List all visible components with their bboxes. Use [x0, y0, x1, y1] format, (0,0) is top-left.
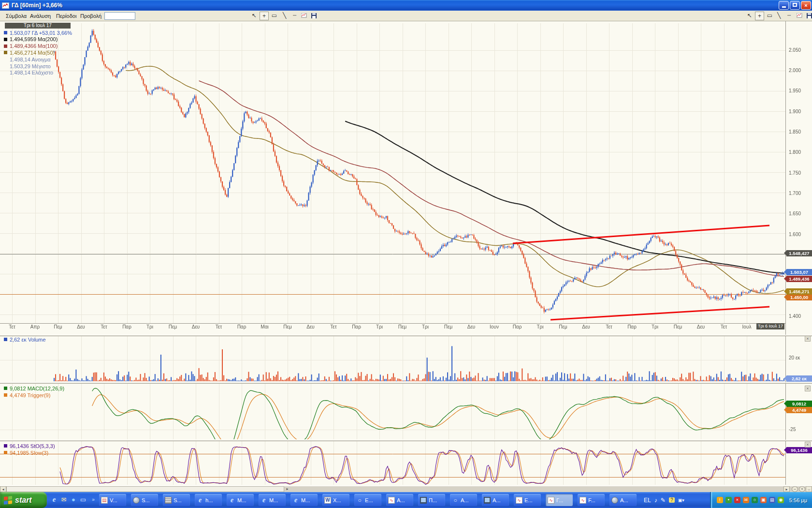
legend-item: 1.503,07 ΓΔ +53,01 3,66% [4, 30, 72, 36]
input-panel-icon[interactable]: ✎ [661, 497, 666, 504]
overflow-chevron-icon[interactable]: » [89, 495, 98, 504]
time-tick-label: Παρ [122, 324, 131, 329]
trendline-tool-icon[interactable]: ╲ [774, 12, 783, 20]
stochastic-pane[interactable] [0, 441, 785, 486]
print-icon[interactable]: ▤ [769, 497, 775, 503]
task-button[interactable]: Π... [418, 494, 445, 506]
legend-item: 1.498,14 Ελάχιστο [4, 70, 53, 76]
mail-icon[interactable]: ✉ [59, 495, 68, 504]
save-tool-icon[interactable] [805, 12, 812, 20]
fit-width-icon[interactable]: ↔ [806, 486, 812, 492]
legend-text: 1.503,07 ΓΔ +53,01 3,66% [10, 30, 72, 36]
pointer-tool-icon[interactable]: ↖ [249, 12, 259, 20]
macd-pane[interactable] [0, 384, 785, 440]
task-button[interactable]: ∿F... [578, 494, 605, 506]
crosshair-tool-icon[interactable]: + [260, 12, 269, 20]
time-tick-label: Πεμ [169, 324, 177, 329]
alert-icon[interactable]: × [734, 497, 740, 503]
antispy-icon[interactable]: ○ [752, 497, 758, 503]
horizontal-scrollbar[interactable]: ◂ ▸ ▸ − + ↔ [0, 486, 812, 492]
crosshair-tool-icon[interactable]: + [755, 12, 764, 20]
task-button-label: S... [174, 497, 182, 503]
menu-Προβολή[interactable]: Προβολή [77, 12, 104, 20]
menu-Σύμβολα[interactable]: Σύμβολα [3, 12, 29, 20]
zoom-box-tool-icon[interactable]: ▭ [270, 12, 279, 20]
volume-pane[interactable] [0, 336, 785, 382]
zoom-box-tool-icon[interactable]: ▭ [765, 12, 774, 20]
start-label: start [15, 496, 32, 505]
security-center-icon[interactable]: ! [717, 497, 723, 503]
pane-separator[interactable] [0, 335, 812, 336]
price-pane[interactable] [0, 21, 785, 323]
task-button[interactable]: WX... [322, 494, 349, 506]
menu-Ανάλυση[interactable]: Ανάλυση [27, 12, 54, 20]
task-button[interactable]: eM... [227, 494, 254, 506]
start-button[interactable]: start [0, 492, 47, 508]
symbol-input[interactable] [104, 12, 135, 20]
task-button[interactable]: A... [482, 494, 509, 506]
pane-separator[interactable] [0, 440, 812, 441]
new-chart-tool-icon[interactable] [299, 12, 308, 20]
ie-icon[interactable]: e [50, 495, 58, 504]
task-button[interactable]: S... [163, 494, 190, 506]
restore-button[interactable] [790, 1, 800, 10]
pointer-tool-icon[interactable]: ↖ [745, 12, 754, 20]
antivirus-icon[interactable]: ▣ [760, 497, 767, 503]
ie-icon: e [261, 497, 267, 504]
monitor-icon [484, 497, 491, 504]
time-tick-label: Δευ [306, 324, 315, 329]
legend-text: 1.456,2714 Μα(50) [10, 50, 55, 56]
dotted-line-tool-icon[interactable]: ┄ [290, 12, 299, 20]
time-tick-label: Πεμ [559, 324, 567, 329]
save-tool-icon[interactable] [309, 12, 319, 20]
menu-Περίοδοι[interactable]: Περίοδοι [53, 12, 79, 20]
scroll-right-icon[interactable]: ▸ [783, 486, 790, 492]
zoom-out-icon[interactable]: − [792, 486, 798, 492]
time-tick-label: Παρ [352, 324, 361, 329]
trendline-tool-icon[interactable]: ╲ [280, 12, 289, 20]
minimize-button[interactable] [779, 1, 789, 10]
zoom-in-icon[interactable]: + [799, 486, 805, 492]
messenger-icon[interactable]: ● [69, 495, 78, 504]
stochastic-pane-close-icon[interactable]: × [805, 442, 811, 448]
time-tick-label: Πεμ [674, 324, 682, 329]
show-desktop-icon[interactable]: ▭ [79, 495, 87, 504]
monitor-icon [420, 497, 427, 504]
task-button[interactable]: ○A... [450, 494, 477, 506]
task-button[interactable]: ∿Γ... [546, 494, 573, 506]
toolbar-options-icon[interactable]: ▣▾ [678, 498, 684, 503]
task-button[interactable]: A... [609, 494, 637, 506]
dotted-line-tool-icon[interactable]: ┄ [784, 12, 794, 20]
task-button[interactable]: eM... [259, 494, 286, 506]
legend-item: 1.456,2714 Μα(50) [4, 49, 55, 56]
mail-notify-icon[interactable]: ✉ [743, 497, 749, 503]
task-button[interactable]: ▤V... [99, 494, 126, 506]
scroll-mid-icon[interactable]: ▸ [284, 486, 290, 492]
ie-icon: e [229, 497, 235, 504]
titlebar[interactable]: ΓΔ [60min] +3,66% × [0, 0, 812, 11]
scrollbar-thumb[interactable] [6, 486, 284, 492]
task-button[interactable]: ○E... [354, 494, 381, 506]
task-button[interactable]: eM... [290, 494, 318, 506]
task-button[interactable]: S... [131, 494, 158, 506]
task-button[interactable]: ∿E... [514, 494, 541, 506]
network-icon[interactable]: • [725, 497, 732, 503]
time-tick-label: Τετ [101, 324, 107, 329]
volume-pane-close-icon[interactable]: × [805, 336, 811, 342]
task-button[interactable]: ∿A... [386, 494, 413, 506]
microphone-icon[interactable]: ♪ [654, 497, 657, 504]
price-tag: 1.548,427 [786, 250, 812, 256]
time-tick-label: Τρι [652, 324, 658, 329]
help-icon[interactable]: ? [669, 497, 675, 503]
macd-pane-close-icon[interactable]: × [805, 386, 811, 391]
scroll-left-icon[interactable]: ◂ [0, 486, 6, 492]
pane-separator[interactable] [0, 382, 812, 384]
new-chart-tool-icon[interactable] [795, 12, 804, 20]
price-tick-label: 1.750 [789, 170, 801, 176]
language-indicator[interactable]: EL [644, 497, 651, 504]
close-button[interactable]: × [801, 1, 811, 10]
gpu-icon[interactable]: ◉ [778, 497, 784, 503]
language-bar: EL ♪ ✎ ? ▣▾ [644, 492, 684, 508]
price-tick-label: 1.650 [789, 211, 801, 216]
task-button[interactable]: eh... [195, 494, 222, 506]
